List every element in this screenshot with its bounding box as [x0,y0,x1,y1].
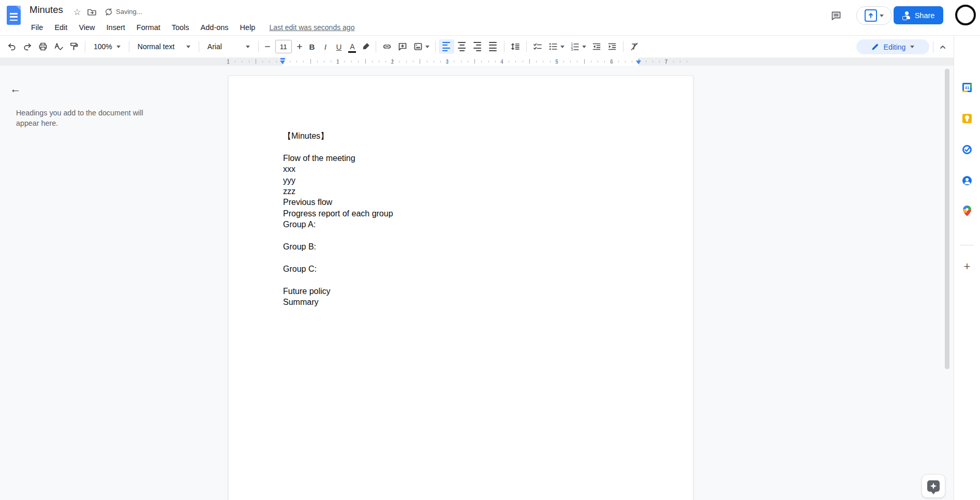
ruler-number: 5 [555,58,558,65]
align-center-icon [458,41,466,52]
align-left-button[interactable] [439,39,454,54]
doc-line[interactable]: Flow of the meeting [283,153,639,164]
last-edit-link[interactable]: Last edit was seconds ago [269,23,354,32]
decrease-indent-button[interactable] [589,39,604,54]
doc-line[interactable] [283,274,639,285]
star-button[interactable]: ☆ [71,6,83,18]
menu-addons[interactable]: Add-ons [195,22,234,33]
present-dropdown-caret[interactable] [880,14,884,17]
get-addons-button[interactable]: + [964,260,971,273]
docs-logo-icon[interactable] [7,6,21,25]
numbered-list-button[interactable]: 1 2 3 [567,39,589,54]
clear-formatting-icon [629,41,640,52]
doc-line[interactable]: 【Minutes】 [283,130,639,141]
align-center-button[interactable] [454,39,470,54]
justify-button[interactable] [485,39,501,54]
doc-line[interactable]: Progress report of each group [283,208,639,219]
font-size-input[interactable]: 11 [275,40,292,53]
line-spacing-button[interactable] [508,39,523,54]
paint-format-button[interactable] [66,39,82,54]
hide-menus-button[interactable] [936,40,950,54]
text-color-button[interactable]: A [346,39,359,54]
doc-line[interactable]: Group B: [283,241,639,252]
doc-line[interactable]: Future policy [283,286,639,297]
bulleted-list-caret[interactable] [560,46,565,48]
increase-indent-button[interactable] [604,39,620,54]
menu-insert[interactable]: Insert [101,22,131,33]
vertical-scrollbar[interactable] [945,69,949,369]
ruler-number: 2 [391,58,394,65]
image-dropdown-caret[interactable] [425,46,429,48]
doc-line[interactable]: zzz [283,186,639,197]
doc-line[interactable] [283,230,639,241]
decrease-font-size-button[interactable] [262,39,273,54]
underline-button[interactable]: U [332,39,346,54]
bulleted-list-button[interactable] [545,39,567,54]
google-contacts-icon [962,176,972,185]
left-indent-marker[interactable] [280,61,285,64]
line-spacing-icon [510,41,521,52]
menu-format[interactable]: Format [131,22,166,33]
document-page[interactable]: 【Minutes】 Flow of the meeting xxx yyy zz… [228,76,693,500]
sidebar-item-tasks[interactable] [961,143,973,156]
zoom-value: 100% [94,42,112,51]
insert-link-button[interactable] [379,39,395,54]
bold-icon: B [309,42,315,51]
doc-line[interactable] [283,252,639,263]
bold-button[interactable]: B [305,39,319,54]
toolbar-divider [504,41,504,52]
doc-line[interactable]: xxx [283,164,639,174]
first-line-indent-marker[interactable] [280,58,285,60]
sidebar-item-maps[interactable] [961,204,973,217]
share-button[interactable]: Share [894,6,943,24]
move-to-folder-button[interactable] [86,6,97,18]
close-outline-button[interactable]: ← [7,81,24,97]
open-comment-history-button[interactable] [828,7,844,24]
explore-button[interactable] [922,474,945,498]
doc-line[interactable]: Group A: [283,219,639,230]
ruler-number: 1 [336,58,339,65]
highlight-color-button[interactable] [359,39,373,54]
doc-line[interactable]: yyy [283,175,639,186]
toolbar: 100% Normal text Arial 11 B I U A [0,36,954,57]
undo-button[interactable] [4,39,20,54]
insert-image-button[interactable] [410,39,432,54]
clear-formatting-button[interactable] [627,39,642,54]
increase-font-size-button[interactable] [294,39,305,54]
doc-line[interactable]: Previous flow [283,197,639,208]
doc-line[interactable] [283,141,639,152]
italic-icon: I [324,42,326,51]
align-right-button[interactable] [470,39,485,54]
menu-tools[interactable]: Tools [166,22,195,33]
sidebar-item-calendar[interactable]: 31 [961,81,973,94]
spelling-check-button[interactable] [51,39,66,54]
justify-icon [489,41,497,52]
paragraph-style-select[interactable]: Normal text [132,39,196,54]
add-comment-button[interactable] [395,39,410,54]
sidebar-item-keep[interactable] [961,112,973,125]
present-icon [865,9,877,22]
sidebar-item-contacts[interactable] [961,174,973,187]
document-title[interactable]: Minutes [29,4,63,16]
paragraph-style-value: Normal text [138,42,175,51]
saving-status: Saving... [116,8,142,16]
right-indent-marker[interactable] [636,61,641,64]
menu-edit[interactable]: Edit [49,22,73,33]
account-avatar[interactable] [955,5,976,25]
numbered-list-caret[interactable] [582,46,586,48]
italic-button[interactable]: I [319,39,332,54]
menu-help[interactable]: Help [234,22,261,33]
doc-line[interactable]: Summary [283,297,639,307]
zoom-select[interactable]: 100% [88,39,126,54]
document-body[interactable]: 【Minutes】 Flow of the meeting xxx yyy zz… [283,130,639,307]
menu-file[interactable]: File [25,22,49,33]
redo-button[interactable] [20,39,35,54]
print-button[interactable] [35,39,51,54]
pencil-icon [871,43,879,51]
editing-mode-select[interactable]: Editing [856,39,929,54]
present-button[interactable] [856,6,892,25]
font-select[interactable]: Arial [202,39,255,54]
doc-line[interactable]: Group C: [283,263,639,274]
menu-view[interactable]: View [73,22,100,33]
checklist-button[interactable] [530,39,545,54]
